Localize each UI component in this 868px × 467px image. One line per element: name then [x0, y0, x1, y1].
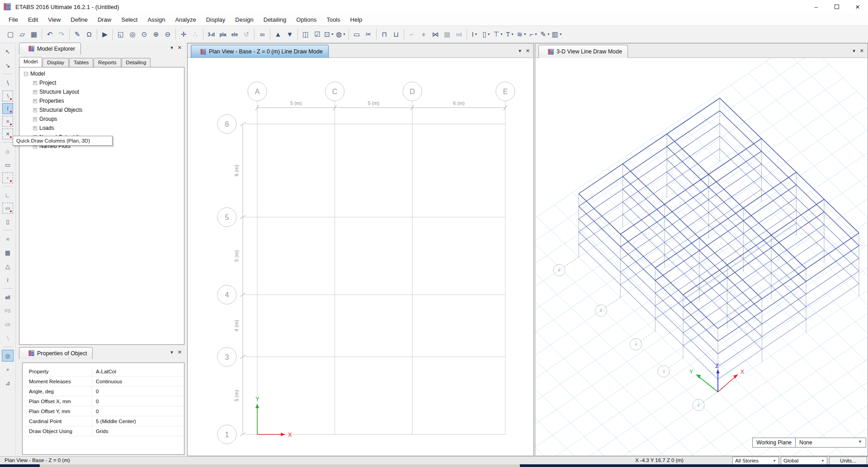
- menu-draw[interactable]: Draw: [93, 14, 116, 25]
- quick-draw-columns-icon[interactable]: I: [2, 103, 13, 114]
- section-cut-icon[interactable]: ✂: [363, 29, 374, 40]
- panel-menu-button[interactable]: ▾: [170, 44, 173, 51]
- tree-item-properties[interactable]: +Properties: [19, 96, 184, 105]
- explorer-tab-detailing[interactable]: Detailing: [122, 58, 151, 67]
- tree-item-label[interactable]: Model: [30, 71, 45, 77]
- view-menu-button[interactable]: ▾: [519, 48, 521, 54]
- concrete-drop-icon[interactable]: ♦: [418, 29, 429, 40]
- draw-grid-icon[interactable]: ▦: [2, 247, 14, 258]
- view-3d-canvas[interactable]: 65431XYZ: [535, 58, 868, 456]
- draw-pen-icon[interactable]: ✎: [71, 29, 83, 40]
- menu-design[interactable]: Design: [230, 14, 258, 25]
- display-options-icon[interactable]: ⊡▼: [323, 29, 335, 40]
- draw-line-icon[interactable]: ∖: [2, 77, 14, 89]
- property-value[interactable]: A-LatCol: [92, 369, 116, 374]
- reshape-icon[interactable]: ↘: [2, 59, 14, 71]
- draw-opening-icon[interactable]: ▯: [2, 215, 14, 227]
- draw-curve-icon[interactable]: ≀: [2, 274, 14, 286]
- menu-detailing[interactable]: Detailing: [259, 14, 292, 25]
- menu-assign[interactable]: Assign: [142, 14, 170, 25]
- object-options-icon[interactable]: ☑: [311, 29, 323, 40]
- view-close-button[interactable]: ✕: [526, 48, 530, 54]
- property-value[interactable]: Continuous: [92, 379, 122, 384]
- menu-define[interactable]: Define: [66, 14, 93, 25]
- composite-beam-icon[interactable]: ⋈: [429, 29, 441, 40]
- draw-pen-tool-icon[interactable]: ✎▼: [539, 29, 551, 40]
- tree-item-groups[interactable]: +Groups: [19, 114, 184, 124]
- draw-rect-area-icon[interactable]: ▭: [2, 159, 14, 171]
- draw-poly-area-icon[interactable]: ⌂: [2, 145, 14, 157]
- model-explorer-tab[interactable]: Model Explorer: [19, 43, 81, 54]
- snap-lines-icon[interactable]: ⊿: [2, 377, 14, 389]
- draw-tee-tool-icon[interactable]: T▼: [504, 29, 516, 40]
- lock-model-icon[interactable]: Ω: [83, 29, 95, 40]
- plan-view-tab[interactable]: Plan View - Base - Z = 0 (m) Line Draw M…: [191, 45, 329, 58]
- panel-close-button[interactable]: ✕: [178, 349, 182, 355]
- menu-view[interactable]: View: [43, 14, 66, 25]
- view-plan-icon[interactable]: pla: [217, 29, 229, 40]
- panel-menu-button[interactable]: ▾: [170, 349, 173, 355]
- tree-item-structural-objects[interactable]: +Structural Objects: [19, 105, 184, 114]
- quick-draw-floor-icon[interactable]: ▫: [2, 172, 13, 183]
- tree-expand-icon[interactable]: −: [24, 72, 28, 76]
- property-value[interactable]: 0: [92, 389, 99, 394]
- snap-points-icon[interactable]: ∘: [2, 363, 14, 375]
- steel-frame-icon[interactable]: ⌐: [406, 29, 418, 40]
- property-row[interactable]: Draw Object UsingGrids: [23, 426, 184, 436]
- open-model-icon[interactable]: ▱: [16, 29, 28, 40]
- menu-file[interactable]: File: [4, 14, 23, 25]
- tree-expand-icon[interactable]: +: [33, 108, 37, 112]
- zoom-in-icon[interactable]: ⊕: [150, 29, 162, 40]
- tree-item-label[interactable]: Loads: [39, 125, 54, 131]
- menu-display[interactable]: Display: [201, 14, 231, 25]
- draw-column-tool-icon[interactable]: I▼: [469, 29, 481, 40]
- select-pointer-icon[interactable]: ↖: [2, 46, 14, 57]
- quick-draw-braces-icon[interactable]: ✕: [2, 129, 13, 139]
- run-analysis-icon[interactable]: ▶: [99, 29, 111, 40]
- close-button[interactable]: ✕: [847, 0, 868, 14]
- assign-display-icon[interactable]: ◍▼: [335, 29, 347, 40]
- tree-item-label[interactable]: Structure Layout: [39, 89, 79, 95]
- plan-view-canvas[interactable]: 5 (m)5 (m)6 (m)6 (m)5 (m)4 (m)5 (m)ACDE6…: [188, 58, 533, 456]
- tree-expand-icon[interactable]: +: [33, 126, 37, 130]
- tree-expand-icon[interactable]: +: [33, 99, 37, 103]
- draw-wall-tool-icon[interactable]: ▯▼: [481, 29, 492, 40]
- save-model-icon[interactable]: ▦: [28, 29, 40, 40]
- explorer-tab-display[interactable]: Display: [42, 58, 69, 67]
- move-down-list-icon[interactable]: ▼: [284, 29, 296, 40]
- draw-corner-tool-icon[interactable]: ⌐▼: [528, 29, 539, 40]
- tree-item-structure-layout[interactable]: +Structure Layout: [19, 87, 184, 96]
- view-3d-icon[interactable]: 3-d: [205, 29, 217, 40]
- select-all-icon[interactable]: all: [2, 291, 14, 303]
- story-selector[interactable]: All Stories ▼: [732, 457, 779, 465]
- draw-properties-icon[interactable]: ▭: [351, 29, 363, 40]
- quick-draw-line-icon[interactable]: ∖: [2, 91, 13, 101]
- previous-zoom-icon[interactable]: ⊙: [138, 29, 150, 40]
- property-value[interactable]: 0: [92, 399, 99, 404]
- quick-draw-beams-icon[interactable]: ≡: [2, 116, 13, 127]
- working-plane-select[interactable]: None ▼: [796, 438, 866, 448]
- walk-through-icon[interactable]: ∴: [189, 29, 201, 40]
- shear-wall-icon[interactable]: ▩: [441, 29, 453, 40]
- draw-building-tool-icon[interactable]: ▥▼: [551, 29, 563, 40]
- draw-tendon-tool-icon[interactable]: ≋▼: [516, 29, 528, 40]
- perspective-icon[interactable]: ∞: [256, 29, 268, 40]
- maximize-button[interactable]: [826, 0, 847, 14]
- tree-item-model[interactable]: −Model: [19, 69, 184, 78]
- new-model-icon[interactable]: ▢: [5, 29, 16, 40]
- view-menu-button[interactable]: ▾: [853, 48, 855, 54]
- rubber-band-zoom-icon[interactable]: ◱: [115, 29, 127, 40]
- draw-ramp-icon[interactable]: △: [2, 260, 14, 272]
- menu-tools[interactable]: Tools: [321, 14, 345, 25]
- clear-selection-icon[interactable]: clr: [2, 319, 14, 330]
- undo-icon[interactable]: ↶: [44, 29, 56, 40]
- zoom-out-icon[interactable]: ⊖: [162, 29, 174, 40]
- minimize-button[interactable]: –: [806, 0, 826, 14]
- property-row[interactable]: Angle, deg0: [23, 386, 184, 396]
- view-3d-tab[interactable]: 3-D View Line Draw Mode: [538, 45, 628, 58]
- frame-chart-icon[interactable]: ⊓: [378, 29, 390, 40]
- wall-chart-icon[interactable]: ⊔: [390, 29, 402, 40]
- draw-beam-tool-icon[interactable]: ⊤▼: [492, 29, 504, 40]
- move-up-list-icon[interactable]: ▲: [272, 29, 284, 40]
- tree-expand-icon[interactable]: +: [33, 81, 37, 85]
